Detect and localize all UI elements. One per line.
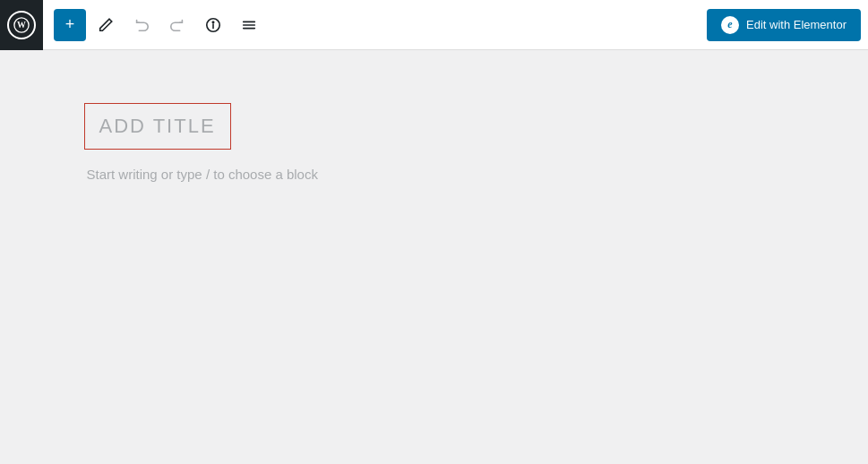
list-icon — [241, 17, 257, 33]
block-placeholder[interactable]: Start writing or type / to choose a bloc… — [85, 167, 784, 182]
edit-button[interactable] — [90, 9, 122, 41]
redo-button[interactable] — [161, 9, 193, 41]
content-area: ADD TITLE Start writing or type / to cho… — [0, 50, 868, 464]
elementor-icon: e — [721, 16, 739, 34]
wordpress-icon: W — [7, 11, 36, 39]
title-placeholder: ADD TITLE — [99, 115, 216, 137]
svg-point-4 — [212, 21, 213, 22]
info-button[interactable] — [197, 9, 229, 41]
svg-text:W: W — [17, 20, 26, 30]
pencil-icon — [98, 17, 114, 33]
toolbar: W + — [0, 0, 868, 50]
edit-with-elementor-button[interactable]: e Edit with Elementor — [707, 9, 861, 41]
undo-icon — [133, 17, 150, 33]
redo-icon — [169, 17, 185, 33]
wp-logo: W — [0, 0, 43, 50]
info-icon — [205, 17, 221, 33]
undo-button[interactable] — [125, 9, 158, 41]
elementor-button-label: Edit with Elementor — [746, 18, 847, 31]
add-block-button[interactable]: + — [54, 9, 86, 41]
editor-area: ADD TITLE Start writing or type / to cho… — [85, 104, 784, 182]
list-view-button[interactable] — [233, 9, 265, 41]
title-input[interactable]: ADD TITLE — [85, 104, 230, 149]
plus-icon: + — [65, 15, 75, 34]
